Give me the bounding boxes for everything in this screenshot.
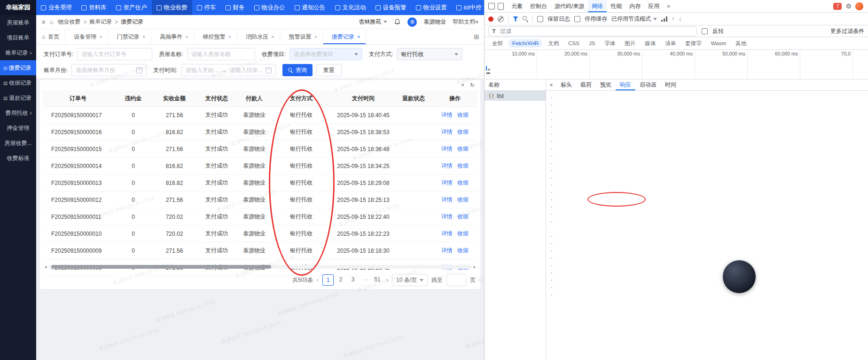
search-button[interactable]: 查询 [282,64,313,76]
fold-marker[interactable]: - [550,116,553,123]
tab-close-icon[interactable]: × [271,34,274,40]
sidebar-item[interactable]: 收费标准 [0,151,36,166]
devtools-tab[interactable]: 内存 [626,0,644,12]
request-type-pill[interactable]: 文档 [544,39,563,48]
top-nav-item[interactable]: 通知公告 [290,0,330,15]
breadcrumb-item[interactable]: 物业收费 [58,18,80,26]
page-number[interactable]: 3 [348,274,358,285]
devtools-tab[interactable]: 应用 [644,0,663,12]
request-type-pill[interactable]: 清单 [661,39,680,48]
reset-button[interactable]: 重置 [316,64,342,76]
page-tab[interactable]: 高抛事件 × [151,29,194,44]
request-type-pill[interactable]: 媒体 [641,39,659,48]
request-type-pill[interactable]: CSS [564,39,583,48]
receipt-link[interactable]: 收据 [457,196,469,203]
sidebar-item[interactable]: 房屋账单 [0,15,36,30]
clear-network-log-icon[interactable] [498,16,504,22]
import-har-icon[interactable]: ↑ [672,16,674,22]
fold-marker[interactable]: - [550,174,553,182]
detail-link[interactable]: 详情 [441,128,453,135]
detail-link[interactable]: 详情 [441,230,453,237]
fee-item-select[interactable]: 请选择收费项目 [289,48,362,60]
fold-marker[interactable]: - [550,152,553,160]
fold-marker[interactable]: - [550,232,553,240]
fold-marker[interactable]: - [550,247,553,255]
page-tab[interactable]: 消防水压 × [237,29,280,44]
request-type-pill[interactable]: 套接字 [681,39,705,48]
table-row[interactable]: F202509150000009 0 271.56 支付成功 泰源物业 银行托收… [43,242,477,259]
breadcrumb-item[interactable]: 账单记录 [89,18,112,26]
top-nav-item[interactable]: 资产住户 [111,0,152,15]
detail-link[interactable]: 详情 [441,112,453,118]
page-number[interactable]: ··· [360,274,370,285]
devtools-tab[interactable]: 元素 [508,0,526,12]
scroll-left-icon[interactable]: ◄ [43,265,48,269]
fold-marker[interactable]: - [550,130,553,138]
fold-marker[interactable]: - [550,137,553,145]
request-detail-tab[interactable]: 预览 [596,80,616,90]
request-type-pill[interactable]: 其他 [732,39,750,48]
request-type-pill[interactable]: Fetch/XHR [508,39,542,48]
pay-method-select[interactable]: 银行托收 [397,48,462,60]
issues-badge[interactable]: 7 [833,3,842,10]
scrollbar-track[interactable] [48,265,472,269]
prev-page-icon[interactable]: ‹ [317,277,319,283]
sidebar-item[interactable]: 项目账单 [0,30,36,45]
table-row[interactable]: F202509150000013 0 816.82 支付成功 泰源物业 银行托收… [43,175,477,192]
request-type-pill[interactable]: 字体 [601,39,619,48]
fold-marker[interactable]: - [550,123,553,130]
fold-marker[interactable]: - [550,101,553,109]
fold-marker[interactable]: - [550,167,553,174]
notification-bell-icon[interactable] [394,18,401,25]
devtools-tab[interactable]: 性能 [607,0,626,12]
detail-link[interactable]: 详情 [441,162,453,169]
webcam-bubble[interactable] [723,260,756,293]
top-nav-item[interactable]: 文化活动 [330,0,371,15]
devtools-settings-gear-icon[interactable]: ⚙ [845,2,852,10]
detail-link[interactable]: 详情 [441,145,453,152]
receipt-link[interactable]: 收据 [457,213,469,220]
receipt-link[interactable]: 收据 [457,112,469,118]
fold-marker[interactable]: - [550,291,553,298]
receipt-link[interactable]: 收据 [457,145,469,152]
tab-close-icon[interactable]: × [142,34,145,40]
more-filters-link[interactable]: 更多过滤条件 [830,27,864,35]
house-name-input[interactable] [187,48,255,60]
receipt-link[interactable]: 收据 [457,247,469,254]
response-body-viewer[interactable]: - "recordId": 5561, - "communityId": 123… [546,91,868,360]
inspect-element-icon[interactable] [488,3,495,9]
fold-marker[interactable]: - [550,254,553,262]
page-tab[interactable]: 梯控预警 × [195,29,237,44]
sidebar-item[interactable]: 房屋收费... [0,136,36,151]
fold-marker[interactable]: - [550,203,553,211]
sidebar-item[interactable]: ◎ 缴费记录 [0,60,36,75]
page-number[interactable]: 51 [372,274,383,285]
export-har-icon[interactable]: ↓ [679,16,681,22]
fold-marker[interactable]: - [550,108,553,116]
detail-link[interactable]: 详情 [441,196,453,203]
network-search-icon[interactable] [523,16,528,22]
fullscreen-close-icon[interactable]: × [461,82,464,88]
table-row[interactable]: F202509150000012 0 271.56 支付成功 泰源物业 银行托收… [43,192,477,208]
invert-checkbox[interactable] [702,28,708,34]
request-type-pill[interactable]: 全部 [488,39,507,48]
table-row[interactable]: F202509150000017 0 271.56 支付成功 泰源物业 银行托收… [43,107,477,124]
request-detail-tab[interactable]: 时间 [661,80,680,90]
device-toolbar-icon[interactable] [498,3,504,10]
fold-marker[interactable]: - [550,181,553,189]
sidebar-item[interactable]: ▤ 收据记录 [0,75,36,90]
page-number[interactable]: 1 [322,274,334,286]
throttling-select[interactable]: 已停用节流模式 [611,15,657,23]
close-details-icon[interactable]: × [546,82,556,88]
table-row[interactable]: F202509150000015 0 271.56 支付成功 泰源物业 银行托收… [43,141,477,158]
fold-marker[interactable]: - [550,240,553,247]
request-type-pill[interactable]: Wasm [707,39,730,48]
receipt-link[interactable]: 收据 [457,128,469,135]
detail-link[interactable]: 详情 [441,247,453,254]
sidebar-item[interactable]: 押金管理 [0,120,36,136]
page-tab[interactable]: 设备管理 × [65,29,108,44]
fold-marker[interactable]: - [550,262,553,269]
fold-marker[interactable]: - [550,210,553,218]
fold-marker[interactable]: - [550,276,553,284]
tab-close-icon[interactable]: × [185,34,188,40]
